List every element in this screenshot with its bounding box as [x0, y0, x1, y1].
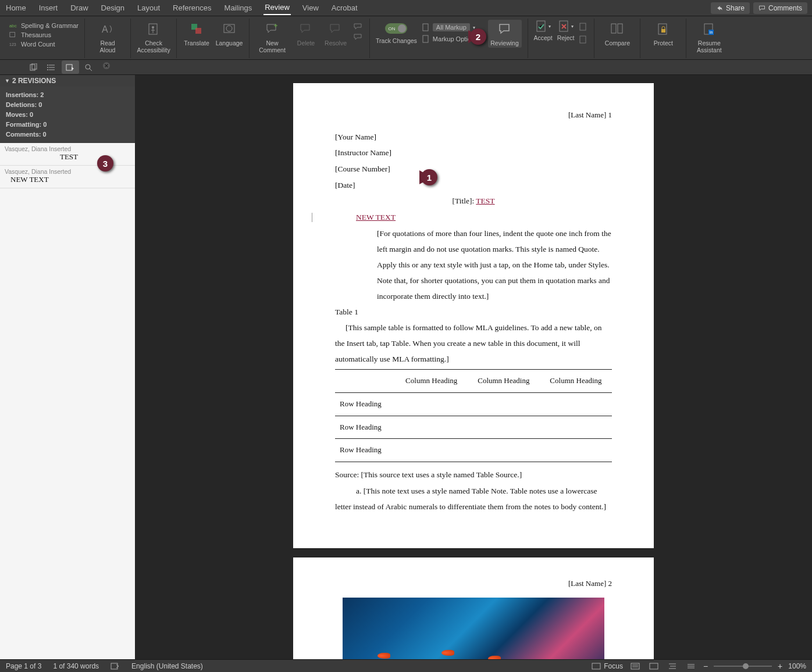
wordcount-button[interactable]: 123 Word Count — [9, 41, 79, 48]
linkedin-icon: in — [702, 22, 716, 36]
table-note[interactable]: a. [This note text uses a style named Ta… — [335, 483, 612, 514]
spellcheck-status-icon[interactable] — [111, 662, 120, 670]
read-aloud-label: Read Aloud — [100, 40, 116, 53]
page-1[interactable]: [Last Name] 1 [Your Name] [Instructor Na… — [293, 83, 654, 548]
track-changes-toggle[interactable]: ON — [385, 23, 407, 34]
focus-button[interactable]: Focus — [592, 662, 623, 670]
spelling-grammar-button[interactable]: abc Spelling & Grammar — [9, 22, 79, 29]
zoom-slider[interactable] — [714, 666, 772, 667]
view-draft-icon[interactable] — [685, 662, 697, 671]
prev-change-icon[interactable] — [579, 22, 588, 31]
check-accessibility-button[interactable]: Check Accessibility — [137, 20, 170, 53]
view-outline-icon[interactable] — [666, 662, 679, 671]
new-comment-button[interactable]: New Comment — [255, 20, 289, 53]
spelling-label: Spelling & Grammar — [21, 22, 79, 29]
language-button[interactable]: Language — [215, 20, 243, 47]
toolbar-search-icon[interactable] — [80, 60, 98, 74]
field-date[interactable]: [Date] — [335, 177, 612, 194]
new-text-line[interactable]: NEW TEXT — [335, 209, 612, 226]
status-page[interactable]: Page 1 of 3 — [6, 662, 41, 670]
read-aloud-button[interactable]: A Read Aloud — [91, 20, 124, 53]
tab-view[interactable]: View — [301, 1, 320, 15]
change-bar — [312, 213, 312, 222]
tab-home[interactable]: Home — [5, 1, 27, 15]
status-language[interactable]: English (United States) — [131, 662, 203, 670]
table-label[interactable]: Table 1 — [335, 304, 612, 320]
prev-comment-icon[interactable] — [353, 22, 364, 30]
row-heading[interactable]: Row Heading — [335, 416, 396, 439]
revision-item[interactable]: Vasquez, Diana Inserted TEST — [0, 143, 135, 166]
tab-mailings[interactable]: Mailings — [223, 1, 254, 15]
resume-assistant-button[interactable]: in Resume Assistant — [692, 20, 726, 53]
revisions-header[interactable]: ▼ 2 REVISIONS — [0, 75, 135, 87]
next-change-icon[interactable] — [579, 35, 588, 44]
thesaurus-icon — [9, 31, 17, 38]
tab-design[interactable]: Design — [100, 1, 126, 15]
page-header: [Last Name] 1 — [335, 108, 612, 123]
svg-point-5 — [152, 26, 154, 28]
reviewing-pane-button[interactable]: Reviewing — [488, 20, 522, 48]
tab-review[interactable]: Review — [263, 1, 291, 15]
chevron-down-icon[interactable]: ▾ — [571, 24, 574, 29]
zoom-out-button[interactable]: − — [703, 662, 708, 671]
svg-rect-34 — [650, 663, 658, 669]
view-web-icon[interactable] — [647, 662, 660, 671]
revision-item[interactable]: Vasquez, Diana Inserted NEW TEXT — [0, 166, 135, 188]
compare-button[interactable]: Compare — [600, 20, 634, 47]
delete-label: Delete — [297, 40, 315, 47]
accessibility-icon — [147, 22, 161, 36]
tab-acrobat[interactable]: Acrobat — [330, 1, 359, 15]
col-heading[interactable]: Column Heading — [540, 370, 612, 393]
accept-label: Accept — [534, 34, 553, 41]
comments-button[interactable]: Comments — [753, 2, 807, 14]
zoom-in-button[interactable]: + — [778, 662, 782, 671]
row-heading[interactable]: Row Heading — [335, 392, 396, 416]
svg-point-9 — [226, 26, 232, 31]
focus-icon — [592, 663, 601, 670]
view-print-icon[interactable] — [629, 662, 642, 671]
resume-label: Resume Assistant — [697, 40, 722, 53]
status-words[interactable]: 1 of 340 words — [53, 662, 99, 670]
svg-rect-15 — [580, 36, 586, 43]
quote-block[interactable]: [For quotations of more than four lines,… — [335, 226, 612, 304]
accept-button[interactable]: ▾ Accept — [534, 20, 553, 41]
thesaurus-button[interactable]: Thesaurus — [9, 31, 79, 38]
tab-references[interactable]: References — [172, 1, 212, 15]
field-course[interactable]: [Course Number] — [335, 161, 612, 177]
toolbar-pages-icon[interactable] — [24, 60, 42, 74]
field-instructor[interactable]: [Instructor Name] — [335, 145, 612, 161]
translate-button[interactable]: Translate — [183, 20, 211, 47]
translate-icon — [190, 22, 204, 36]
toolbar-close-icon[interactable] — [102, 62, 114, 73]
page-2[interactable]: [Last Name] 2 — [293, 557, 654, 659]
row-heading[interactable]: Row Heading — [335, 439, 396, 462]
svg-point-26 — [47, 67, 48, 68]
next-comment-icon[interactable] — [353, 33, 364, 41]
field-your-name[interactable]: [Your Name] — [335, 129, 612, 145]
table-caption[interactable]: [This sample table is formatted to follo… — [335, 320, 612, 367]
tab-layout[interactable]: Layout — [136, 1, 161, 15]
title-line[interactable]: [Title]: TEST — [335, 193, 612, 209]
document-canvas[interactable]: [Last Name] 1 [Your Name] [Instructor Na… — [135, 75, 812, 659]
tab-draw[interactable]: Draw — [69, 1, 89, 15]
protect-button[interactable]: Protect — [646, 20, 680, 47]
zoom-value[interactable]: 100% — [788, 662, 806, 670]
reviewing-icon — [498, 22, 512, 36]
share-label: Share — [726, 4, 745, 12]
col-heading[interactable]: Column Heading — [396, 370, 468, 393]
svg-rect-7 — [195, 28, 201, 34]
share-button[interactable]: Share — [711, 2, 750, 14]
col-heading[interactable]: Column Heading — [468, 370, 540, 393]
document-image[interactable] — [343, 598, 604, 659]
svg-rect-11 — [423, 35, 428, 42]
reject-button[interactable]: ▾ Reject — [557, 20, 575, 41]
inserted-newtext[interactable]: NEW TEXT — [356, 213, 396, 221]
tab-insert[interactable]: Insert — [38, 1, 59, 15]
mla-table[interactable]: Column HeadingColumn HeadingColumn Headi… — [335, 369, 612, 462]
inserted-title[interactable]: TEST — [476, 196, 494, 205]
chevron-down-icon[interactable]: ▾ — [549, 24, 551, 29]
toolbar-list-icon[interactable] — [43, 60, 60, 74]
revisions-list: Vasquez, Diana Inserted TEST Vasquez, Di… — [0, 143, 135, 659]
toolbar-detail-icon[interactable] — [62, 60, 79, 74]
table-source[interactable]: Source: [This source text uses a style n… — [335, 467, 612, 483]
